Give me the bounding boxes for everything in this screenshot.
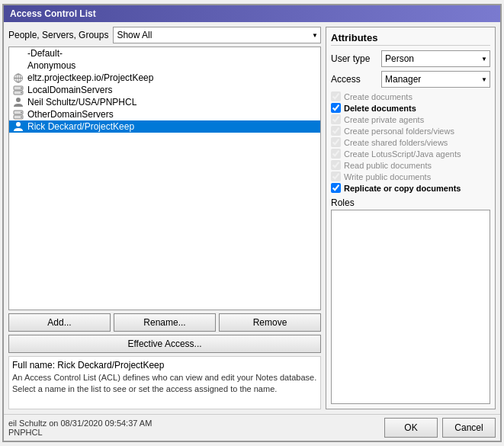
left-panel: People, Servers, Groups Show All People …	[8, 27, 321, 409]
blank-icon	[12, 60, 24, 71]
checkbox-create-docs: Create documents	[331, 91, 490, 101]
rename-button[interactable]: Rename...	[114, 313, 216, 332]
footer-info: eil Schultz on 08/31/2020 09:54:37 AM PN…	[8, 419, 380, 437]
attributes-title: Attributes	[331, 32, 490, 46]
domain-server-icon	[12, 109, 24, 120]
access-dropdown-container: No Access Depositor Reader Author Editor…	[381, 71, 490, 88]
footer-line2: PNPHCL	[8, 428, 380, 437]
checkbox-create-lotusscript: Create LotusScript/Java agents	[331, 149, 490, 159]
checkbox-replicate: Replicate or copy documents	[331, 183, 490, 193]
svg-point-12	[21, 116, 22, 117]
people-servers-label: People, Servers, Groups	[8, 30, 108, 40]
checkbox-replicate-label: Replicate or copy documents	[344, 184, 461, 193]
footer-buttons: OK Cancel	[384, 418, 496, 438]
add-button[interactable]: Add...	[8, 313, 111, 332]
list-item[interactable]: LocalDomainServers	[9, 84, 320, 96]
action-buttons: Add... Rename... Remove	[8, 313, 321, 332]
ok-button[interactable]: OK	[384, 418, 438, 438]
people-servers-row: People, Servers, Groups Show All People …	[8, 27, 321, 43]
list-item-selected[interactable]: Rick Deckard/ProjectKeep	[9, 120, 320, 133]
list-item[interactable]: eltz.projectkeep.io/ProjectKeep	[9, 72, 320, 84]
user-type-row: User type Person Server Mixed Group Pers…	[331, 50, 490, 67]
dialog-body: People, Servers, Groups Show All People …	[4, 22, 500, 414]
cancel-button[interactable]: Cancel	[442, 418, 496, 438]
user-type-dropdown[interactable]: Person Server Mixed Group Person Group S…	[381, 50, 490, 67]
list-item-label: Rick Deckard/ProjectKeep	[27, 121, 134, 132]
right-panel: Attributes User type Person Server Mixed…	[326, 27, 496, 409]
checkbox-create-docs-label: Create documents	[344, 92, 413, 101]
checkbox-create-personal: Create personal folders/views	[331, 126, 490, 136]
list-item[interactable]: OtherDomainServers	[9, 108, 320, 120]
svg-point-13	[16, 122, 21, 127]
checkbox-create-lotusscript-input[interactable]	[331, 149, 341, 159]
roles-box[interactable]	[331, 210, 490, 404]
person-icon	[12, 97, 24, 107]
list-item-label: OtherDomainServers	[27, 109, 114, 120]
checkbox-create-private-input[interactable]	[331, 114, 341, 124]
remove-button[interactable]: Remove	[219, 313, 321, 332]
list-item[interactable]: -Default-	[9, 47, 320, 59]
access-dropdown[interactable]: No Access Depositor Reader Author Editor…	[381, 71, 490, 88]
checkbox-replicate-input[interactable]	[331, 183, 341, 193]
checkbox-delete-docs-label: Delete documents	[344, 104, 416, 113]
checkbox-create-shared: Create shared folders/views	[331, 137, 490, 147]
checkbox-create-shared-label: Create shared folders/views	[344, 138, 448, 147]
checkbox-read-public-input[interactable]	[331, 160, 341, 170]
server-icon	[12, 85, 24, 95]
checkbox-read-public: Read public documents	[331, 160, 490, 170]
permissions-list: Create documents Delete documents Create…	[331, 91, 490, 193]
user-type-dropdown-container: Person Server Mixed Group Person Group S…	[381, 50, 490, 67]
effective-access-button[interactable]: Effective Access...	[8, 335, 321, 353]
acl-list[interactable]: -Default- Anonymous	[8, 47, 321, 310]
checkbox-create-private: Create private agents	[331, 114, 490, 124]
user-type-label: User type	[331, 53, 377, 64]
access-control-list-dialog: Access Control List People, Servers, Gro…	[2, 4, 502, 442]
checkbox-create-docs-input[interactable]	[331, 91, 341, 101]
dialog-footer: eil Schultz on 08/31/2020 09:54:37 AM PN…	[4, 414, 500, 441]
checkbox-read-public-label: Read public documents	[344, 161, 432, 170]
blank-icon	[12, 48, 24, 59]
list-item-label: eltz.projectkeep.io/ProjectKeep	[27, 72, 153, 83]
list-item-label: LocalDomainServers	[27, 85, 112, 95]
person-selected-icon	[12, 121, 24, 132]
list-item-label: -Default-	[27, 48, 63, 59]
list-item-label: Anonymous	[27, 60, 75, 71]
checkbox-delete-docs: Delete documents	[331, 103, 490, 113]
svg-point-8	[16, 98, 21, 102]
footer-line1: eil Schultz on 08/31/2020 09:54:37 AM	[8, 419, 380, 428]
show-all-dropdown-container: Show All People Servers Groups ▼	[113, 27, 321, 43]
svg-point-7	[21, 91, 22, 93]
checkbox-write-public-label: Write public documents	[344, 172, 431, 181]
checkbox-create-personal-label: Create personal folders/views	[344, 127, 454, 136]
globe-icon	[12, 72, 24, 83]
roles-label: Roles	[331, 197, 490, 208]
roles-section: Roles	[331, 197, 490, 404]
svg-point-11	[21, 111, 22, 113]
list-item-label: Neil Schultz/USA/PNPHCL	[27, 97, 136, 107]
checkbox-write-public-input[interactable]	[331, 172, 341, 181]
checkbox-create-shared-input[interactable]	[331, 137, 341, 147]
fullname-line: Full name: Rick Deckard/ProjectKeep	[12, 360, 317, 371]
description-text: An Access Control List (ACL) defines who…	[12, 372, 317, 396]
access-row: Access No Access Depositor Reader Author…	[331, 71, 490, 88]
show-all-dropdown[interactable]: Show All People Servers Groups	[113, 27, 321, 43]
checkbox-create-personal-input[interactable]	[331, 126, 341, 136]
dialog-title: Access Control List	[4, 5, 500, 22]
checkbox-create-private-label: Create private agents	[344, 115, 424, 124]
svg-point-6	[21, 87, 22, 88]
checkbox-write-public: Write public documents	[331, 172, 490, 181]
checkbox-delete-docs-input[interactable]	[331, 103, 341, 113]
checkbox-create-lotusscript-label: Create LotusScript/Java agents	[344, 149, 461, 159]
list-item[interactable]: Anonymous	[9, 59, 320, 72]
access-label: Access	[331, 74, 377, 85]
info-box: Full name: Rick Deckard/ProjectKeep An A…	[8, 356, 321, 409]
list-item[interactable]: Neil Schultz/USA/PNPHCL	[9, 96, 320, 108]
